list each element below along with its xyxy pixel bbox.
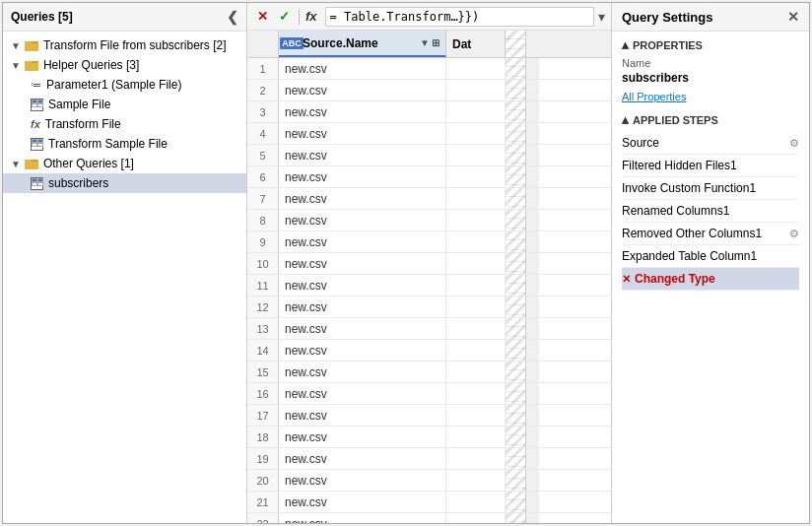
cell-source-name[interactable]: new.csv xyxy=(279,253,446,274)
cell-source-name[interactable]: new.csv xyxy=(279,405,446,426)
applied-step-item[interactable]: ✕Changed Type xyxy=(622,268,799,291)
group-arrow: ▼ xyxy=(11,159,21,169)
cell-source-name[interactable]: new.csv xyxy=(279,296,446,317)
step-name: Renamed Columns1 xyxy=(622,204,799,218)
cell-source-name[interactable]: new.csv xyxy=(279,58,446,79)
cell-source-name[interactable]: new.csv xyxy=(279,275,446,296)
cell-date[interactable] xyxy=(446,383,506,404)
zigzag-cell xyxy=(506,58,525,79)
row-number: 22 xyxy=(247,513,279,523)
zigzag-cell xyxy=(506,296,525,317)
applied-step-item[interactable]: Source⚙ xyxy=(622,132,799,155)
cell-date[interactable] xyxy=(446,123,506,144)
applied-step-item[interactable]: Renamed Columns1 xyxy=(622,200,799,223)
cell-date[interactable] xyxy=(446,188,506,209)
cell-date[interactable] xyxy=(446,210,506,230)
queries-collapse-btn[interactable]: ❮ xyxy=(227,9,238,25)
cell-date[interactable] xyxy=(446,58,506,79)
step-name: Removed Other Columns1 xyxy=(622,227,785,240)
cell-source-name[interactable]: new.csv xyxy=(279,318,446,339)
group-helper-queries[interactable]: ▼ Helper Queries [3] xyxy=(3,55,246,75)
table-row: 13new.csv xyxy=(247,318,611,340)
step-settings-icon[interactable]: ⚙ xyxy=(789,137,799,150)
cell-source-name[interactable]: new.csv xyxy=(279,123,446,144)
cell-source-name[interactable]: new.csv xyxy=(279,340,446,361)
cell-source-name[interactable]: new.csv xyxy=(279,470,446,491)
scrollbar-cell xyxy=(525,231,539,252)
cell-date[interactable] xyxy=(446,231,506,252)
cell-date[interactable] xyxy=(446,275,506,296)
formula-cancel-btn[interactable]: ✕ xyxy=(253,8,271,26)
child-sample-file[interactable]: Sample File xyxy=(3,95,246,114)
child-subscribers[interactable]: subscribers xyxy=(3,173,246,193)
cell-date[interactable] xyxy=(446,101,506,122)
svg-rect-2 xyxy=(25,43,38,51)
cell-date[interactable] xyxy=(446,318,506,339)
col-actions: ▼ ⊞ xyxy=(420,37,440,48)
row-number: 17 xyxy=(247,405,279,426)
group-other-queries[interactable]: ▼ Other Queries [1] xyxy=(3,154,246,173)
cell-source-name[interactable]: new.csv xyxy=(279,448,446,469)
cell-source-name[interactable]: new.csv xyxy=(279,513,446,523)
zigzag-cell xyxy=(506,492,525,512)
col-header-date[interactable]: Dat xyxy=(446,31,506,57)
group-transform-file[interactable]: ▼ Transform File from subscribers [2] xyxy=(3,35,246,55)
cell-date[interactable] xyxy=(446,80,506,100)
table-row: 9new.csv xyxy=(247,231,611,253)
formula-expand-btn[interactable]: ▾ xyxy=(598,9,605,25)
formula-input[interactable]: = Table.Transform…}}) xyxy=(325,7,594,27)
cell-date[interactable] xyxy=(446,470,506,491)
cell-date[interactable] xyxy=(446,513,506,523)
cell-date[interactable] xyxy=(446,362,506,382)
cell-date[interactable] xyxy=(446,166,506,187)
scrollbar-cell xyxy=(525,318,539,339)
applied-step-item[interactable]: Removed Other Columns1⚙ xyxy=(622,223,799,245)
cell-date[interactable] xyxy=(446,145,506,165)
row-number: 5 xyxy=(247,145,279,165)
applied-step-item[interactable]: Invoke Custom Function1 xyxy=(622,177,799,200)
cell-date[interactable] xyxy=(446,340,506,361)
col-header-source-name[interactable]: ABC Source.Name ▼ ⊞ xyxy=(279,31,446,57)
cell-date[interactable] xyxy=(446,448,506,469)
cell-date[interactable] xyxy=(446,405,506,426)
col-type-btn[interactable]: ⊞ xyxy=(432,37,440,48)
formula-confirm-btn[interactable]: ✓ xyxy=(275,8,293,26)
cell-source-name[interactable]: new.csv xyxy=(279,427,446,447)
cell-source-name[interactable]: new.csv xyxy=(279,362,446,382)
cell-source-name[interactable]: new.csv xyxy=(279,101,446,122)
cell-date[interactable] xyxy=(446,427,506,447)
zigzag-overlay xyxy=(506,31,525,57)
all-properties-link[interactable]: All Properties xyxy=(622,91,799,102)
cell-date[interactable] xyxy=(446,253,506,274)
cell-source-name[interactable]: new.csv xyxy=(279,383,446,404)
cell-source-name[interactable]: new.csv xyxy=(279,166,446,187)
cell-date[interactable] xyxy=(446,296,506,317)
zigzag-cell xyxy=(506,145,525,165)
cell-source-name[interactable]: new.csv xyxy=(279,80,446,100)
applied-step-item[interactable]: Filtered Hidden Files1 xyxy=(622,155,799,177)
child-label: Parameter1 (Sample File) xyxy=(46,78,181,92)
zigzag-cell xyxy=(506,427,525,447)
cell-source-name[interactable]: new.csv xyxy=(279,210,446,230)
queries-title: Queries [5] xyxy=(11,10,73,24)
col-filter-btn[interactable]: ▼ xyxy=(420,37,430,48)
cell-source-name[interactable]: new.csv xyxy=(279,145,446,165)
child-transform-file[interactable]: fx Transform File xyxy=(3,114,246,134)
scrollbar-cell xyxy=(525,492,539,512)
grid-header: ABC Source.Name ▼ ⊞ Dat xyxy=(247,31,611,58)
settings-close-btn[interactable]: ✕ xyxy=(787,9,799,25)
applied-step-item[interactable]: Expanded Table Column1 xyxy=(622,245,799,268)
step-name: Changed Type xyxy=(635,272,799,286)
step-name: Source xyxy=(622,136,785,150)
cell-date[interactable] xyxy=(446,492,506,512)
vertical-scrollbar[interactable] xyxy=(525,31,539,57)
formula-bar: ✕ ✓ fx = Table.Transform…}}) ▾ xyxy=(247,3,611,31)
cell-source-name[interactable]: new.csv xyxy=(279,492,446,512)
cell-source-name[interactable]: new.csv xyxy=(279,231,446,252)
cell-source-name[interactable]: new.csv xyxy=(279,188,446,209)
name-value: subscribers xyxy=(622,71,799,85)
child-transform-sample-file[interactable]: Transform Sample File xyxy=(3,134,246,154)
group-arrow: ▼ xyxy=(11,60,21,71)
child-parameter1[interactable]: ≔ Parameter1 (Sample File) xyxy=(3,75,246,95)
step-settings-icon[interactable]: ⚙ xyxy=(789,228,799,240)
